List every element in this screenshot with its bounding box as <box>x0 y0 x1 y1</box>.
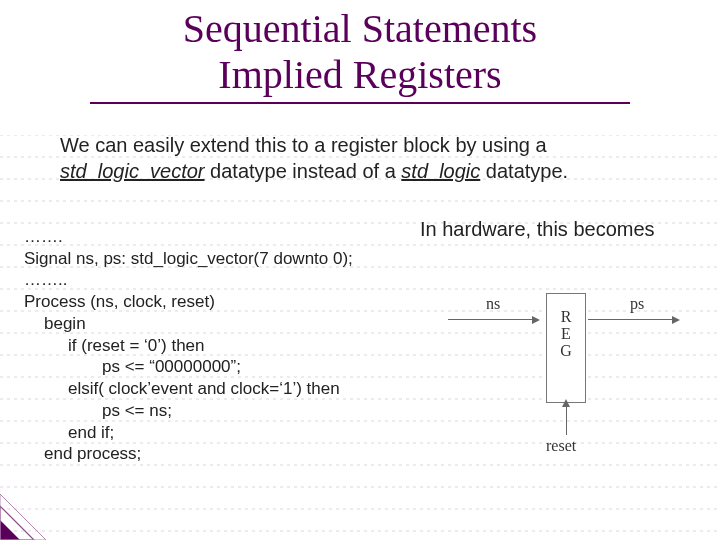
code-l2: …….. <box>24 270 67 289</box>
diagram-reg-r: R <box>561 308 572 325</box>
code-l3: Process (ns, clock, reset) <box>24 292 215 311</box>
intro-post: datatype. <box>480 160 568 182</box>
diagram-ns-arrow <box>448 319 538 320</box>
diagram-ps-label: ps <box>630 295 644 313</box>
slide-title: Sequential Statements Implied Registers <box>0 0 720 104</box>
diagram-ps-arrow <box>588 319 678 320</box>
intro-type1: std_logic_vector <box>60 160 205 182</box>
diagram-reset-label: reset <box>546 437 576 455</box>
diagram-reg-e: E <box>561 325 571 342</box>
diagram-reg-label: R E G <box>556 309 576 359</box>
diagram-reset-line <box>566 405 567 435</box>
register-diagram: ns R E G ps reset <box>438 265 698 465</box>
diagram-ns-label: ns <box>486 295 500 313</box>
intro-pre: We can easily extend this to a register … <box>60 134 547 156</box>
title-underline <box>90 102 630 104</box>
slide: Sequential Statements Implied Registers … <box>0 0 720 540</box>
corner-accent-icon <box>0 484 56 540</box>
code-l0: ……. <box>24 227 63 246</box>
code-l1: Signal ns, ps: std_logic_vector(7 downto… <box>24 249 353 268</box>
intro-mid: datatype instead of a <box>205 160 402 182</box>
title-line-1: Sequential Statements <box>0 6 720 52</box>
intro-paragraph: We can easily extend this to a register … <box>60 132 672 184</box>
title-line-2: Implied Registers <box>0 52 720 98</box>
diagram-reg-g: G <box>560 342 572 359</box>
intro-type2: std_logic <box>401 160 480 182</box>
